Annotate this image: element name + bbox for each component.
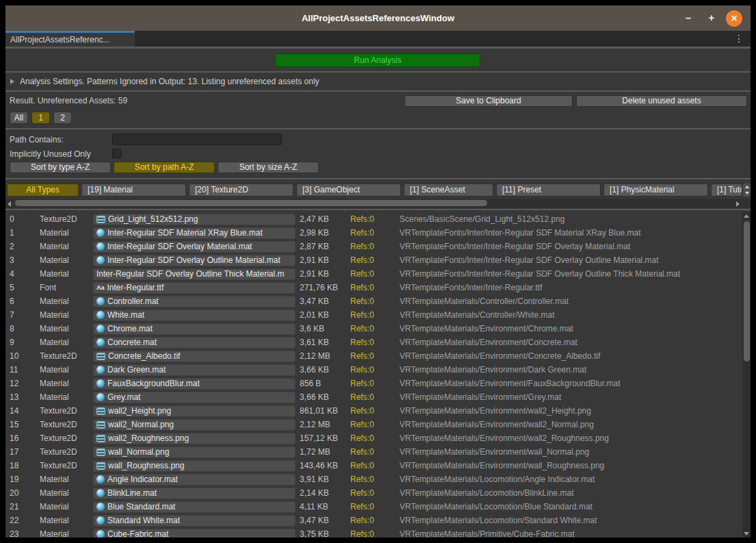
scroll-right-icon[interactable] [736,201,740,207]
asset-refs-badge: Refs:0 [350,404,374,418]
type-tab[interactable]: [1] PhysicMaterial [603,184,708,197]
implicitly-unused-checkbox[interactable] [112,149,122,158]
asset-refs-badge: Refs:0 [350,349,374,363]
asset-object-field[interactable]: Concrete.mat [93,337,296,349]
row-index: 19 [10,472,18,486]
asset-object-field[interactable]: Dark Green.mat [93,364,296,376]
material-asset-icon [96,366,105,374]
sort-button[interactable]: Sort by path A-Z [114,162,215,173]
asset-object-field[interactable]: Inter-Regular SDF Material XRay Blue.mat [93,227,296,239]
asset-object-field[interactable]: Controller.mat [93,296,296,307]
sort-button[interactable]: Sort by type A-Z [10,162,111,173]
horizontal-scrollbar[interactable] [5,199,751,208]
scroll-up-icon[interactable] [744,214,749,218]
asset-size: 2,87 KB [300,240,329,253]
type-tab[interactable]: All Types [7,184,79,197]
scroll-down-icon[interactable] [744,532,749,535]
row-index: 20 [10,486,18,500]
separator [5,71,751,73]
asset-object-field[interactable]: Aa Inter-Regular.ttf [93,282,296,294]
asset-object-field[interactable]: BlinkLine.mat [93,488,296,499]
asset-object-field[interactable]: Inter-Regular SDF Overlay Material.mat [93,241,296,253]
path-contains-input[interactable] [112,134,282,145]
asset-name: wall_Roughness.png [108,460,184,472]
asset-path: VRTemplateMaterials/Environment/wall_Nor… [400,445,589,459]
asset-object-field[interactable]: FauxBackgroundBlur.mat [93,378,296,390]
vertical-scrollbar[interactable] [742,212,751,538]
material-asset-icon [96,338,105,346]
scroll-left-icon[interactable] [8,201,11,207]
page-button-2[interactable]: 2 [53,112,72,124]
asset-object-field[interactable]: Cube-Fabric.mat [93,529,296,538]
sort-button[interactable]: Sort by size A-Z [218,162,319,173]
kebab-menu-icon[interactable]: ⋮ [734,33,744,44]
asset-refs-badge: Refs:0 [350,500,374,514]
asset-name: Concrete.mat [107,337,157,349]
asset-object-field[interactable]: Inter-Regular SDF Overlay Outline Materi… [93,255,296,266]
asset-name: Inter-Regular SDF Overlay Outline Thick … [96,268,285,280]
asset-object-field[interactable]: wall2_Roughness.png [93,433,296,444]
asset-object-field[interactable]: Inter-Regular SDF Overlay Outline Thick … [93,268,296,280]
save-to-clipboard-button[interactable]: Save to Clipboard [404,95,573,107]
page-button-all[interactable]: All [10,112,28,124]
asset-object-field[interactable]: Grey.mat [93,392,296,403]
maximize-button[interactable]: + [704,11,719,26]
pagination: All12 [10,112,72,124]
asset-object-field[interactable]: Concrete_Albedo.tif [93,351,296,362]
horizontal-scrollbar-thumb[interactable] [15,200,487,206]
material-asset-icon [96,489,105,497]
minimize-button[interactable]: – [681,11,696,26]
page-button-1[interactable]: 1 [31,112,50,124]
asset-refs-badge: Refs:0 [350,212,374,226]
type-tab[interactable]: [1] Tuto [711,184,742,197]
asset-type: Texture2D [40,459,77,472]
type-tab[interactable]: [11] Preset [496,184,601,197]
asset-path: VRTemplateMaterials/Environment/Dark Gre… [400,363,586,377]
tab-allprojectassetsreferences[interactable]: AllProjectAssetsReferenc... [5,31,135,47]
asset-size: 143,46 KB [300,459,338,472]
vertical-scrollbar-thumb[interactable] [744,221,750,362]
run-analysis-button[interactable]: Run Analysis [275,53,480,67]
asset-type: Material [40,377,69,390]
asset-object-field[interactable]: White.mat [93,310,296,321]
asset-object-field[interactable]: Grid_Light_512x512.png [93,214,296,225]
asset-path: VRTemplateMaterials/Locomotion/Standard … [400,514,597,527]
analysis-settings-foldout[interactable]: Analysis Settings. Patterns Ignored in O… [5,73,751,90]
asset-path: VRTemplateMaterials/Environment/wall2_Ro… [400,431,609,445]
implicitly-unused-label: Implicitly Unused Only [10,149,91,160]
row-index: 17 [10,445,18,459]
asset-object-field[interactable]: wall2_Height.png [93,405,296,417]
asset-size: 2,98 KB [300,226,329,240]
table-row: 19 Material Angle Indicator.mat 3,91 KB … [5,472,742,486]
asset-type: Texture2D [40,431,77,445]
row-index: 5 [10,281,14,294]
asset-size: 2,14 KB [300,486,329,500]
asset-object-field[interactable]: wall2_Normal.png [93,419,296,431]
asset-size: 3,66 KB [300,363,329,377]
asset-refs-badge: Refs:0 [350,240,374,253]
asset-type: Font [40,281,56,294]
asset-type: Texture2D [40,212,77,226]
asset-path: VRTemplateMaterials/Controller/Controlle… [400,294,569,308]
type-tab[interactable]: [1] SceneAsset [404,184,493,197]
separator [5,47,751,49]
type-tab[interactable]: [3] GameObject [296,184,401,197]
close-button[interactable]: ✕ [726,10,742,27]
asset-object-field[interactable]: Angle Indicator.mat [93,474,296,485]
asset-size: 856 B [300,377,321,390]
asset-object-field[interactable]: Standard White.mat [93,515,296,527]
asset-object-field[interactable]: wall_Roughness.png [93,460,296,472]
row-index: 1 [10,226,14,240]
material-asset-icon [96,379,105,388]
asset-object-field[interactable]: Blue Standard.mat [93,501,296,513]
type-tab[interactable]: [20] Texture2D [189,184,294,197]
asset-object-field[interactable]: wall_Normal.png [93,446,296,458]
asset-object-field[interactable]: Chrome.mat [93,323,296,335]
delete-unused-assets-button[interactable]: Delete unused assets [576,95,747,107]
asset-name: Inter-Regular.ttf [107,282,164,294]
table-row: 4 Material Inter-Regular SDF Overlay Out… [5,267,742,281]
tabs-scroll-spinner[interactable] [743,184,751,197]
tab-bar: AllProjectAssetsReferenc... ⋮ [5,31,751,47]
asset-type: Texture2D [40,445,77,459]
type-tab[interactable]: [19] Material [81,184,186,197]
